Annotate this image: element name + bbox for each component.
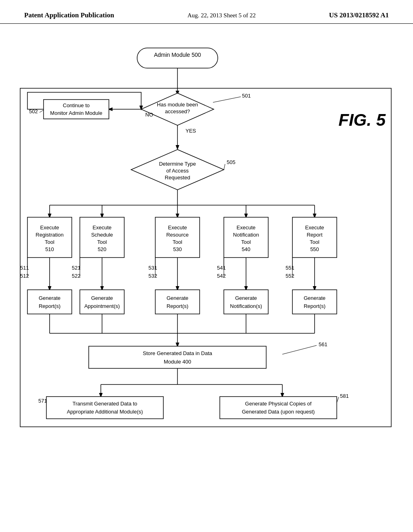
svg-text:Tool: Tool [173,239,182,245]
svg-text:Execute: Execute [305,224,324,231]
header-center: Aug. 22, 2013 Sheet 5 of 22 [188,12,256,19]
svg-line-22 [224,164,225,170]
svg-text:552: 552 [286,273,294,279]
svg-text:Execute: Execute [237,224,256,231]
svg-line-104 [282,345,317,354]
svg-text:Report(s): Report(s) [167,303,188,309]
svg-text:Report(s): Report(s) [304,303,325,309]
svg-text:531: 531 [148,265,157,271]
svg-text:551: 551 [286,265,294,271]
svg-text:accessed?: accessed? [165,108,190,114]
svg-rect-0 [137,48,218,68]
diagram-area: FIG. 5 Admin Module 500 501 Has module b… [0,24,413,520]
header-right: US 2013/0218592 A1 [329,11,389,19]
svg-text:Continue to: Continue to [63,102,90,108]
svg-text:510: 510 [45,246,54,252]
svg-text:522: 522 [72,273,81,279]
svg-rect-105 [89,346,266,368]
svg-text:505: 505 [227,159,236,165]
svg-text:561: 561 [319,341,327,347]
svg-text:Generate: Generate [39,295,60,301]
svg-text:Generate: Generate [304,295,325,301]
svg-text:Execute: Execute [168,224,187,231]
svg-rect-81 [27,290,72,314]
svg-text:Generated Data (upon request): Generated Data (upon request) [242,409,315,415]
svg-text:532: 532 [148,273,157,279]
flowchart-svg: Admin Module 500 501 Has module been acc… [0,24,413,520]
svg-text:550: 550 [310,246,319,252]
svg-text:YES: YES [186,128,196,134]
svg-text:Schedule: Schedule [91,232,113,238]
svg-text:Store Generated Data in Data: Store Generated Data in Data [143,350,213,356]
svg-rect-119 [220,397,337,419]
header-left: Patent Application Publication [24,11,114,19]
svg-text:Tool: Tool [97,239,107,245]
svg-text:Tool: Tool [45,239,54,245]
page-header: Patent Application Publication Aug. 22, … [0,0,413,24]
svg-text:542: 542 [217,273,226,279]
svg-text:Appropriate Additional Module(: Appropriate Additional Module(s) [67,409,143,415]
svg-text:501: 501 [242,93,251,99]
svg-line-16 [40,110,44,112]
svg-rect-87 [155,290,200,314]
svg-text:Tool: Tool [241,239,251,245]
svg-text:521: 521 [72,265,81,271]
svg-text:520: 520 [98,246,106,252]
svg-text:540: 540 [242,246,250,252]
svg-text:Notification: Notification [233,232,259,238]
svg-text:Generate: Generate [91,295,113,301]
svg-text:Appointment(s): Appointment(s) [84,303,120,309]
svg-text:NO: NO [145,112,153,118]
svg-text:Requested: Requested [165,175,190,181]
svg-text:Tool: Tool [310,239,319,245]
svg-text:Admin Module 500: Admin Module 500 [154,52,201,58]
svg-text:Module 400: Module 400 [164,359,191,365]
svg-text:Report: Report [307,232,322,238]
svg-rect-90 [224,290,268,314]
svg-text:Generate: Generate [235,295,257,301]
svg-text:Registration: Registration [35,232,63,238]
svg-text:Execute: Execute [40,224,59,231]
svg-text:Transmit Generated Data to: Transmit Generated Data to [73,401,138,407]
svg-text:Has module been: Has module been [157,102,198,108]
svg-text:Determine Type: Determine Type [159,161,196,167]
svg-text:Report(s): Report(s) [39,303,60,309]
svg-rect-93 [292,290,337,314]
svg-rect-116 [46,397,163,419]
svg-text:of Access: of Access [166,168,189,174]
svg-text:Execute: Execute [93,224,112,231]
svg-text:Generate Physical Copies of: Generate Physical Copies of [245,401,312,407]
svg-text:Generate: Generate [167,295,188,301]
svg-text:Notification(s): Notification(s) [230,303,262,309]
svg-text:Resource: Resource [166,232,189,238]
svg-rect-84 [80,290,124,314]
svg-line-4 [213,97,241,102]
svg-text:541: 541 [217,265,226,271]
svg-text:530: 530 [173,246,182,252]
svg-text:581: 581 [340,393,349,399]
svg-text:Monitor Admin Module: Monitor Admin Module [50,110,102,116]
svg-text:571: 571 [38,398,47,404]
